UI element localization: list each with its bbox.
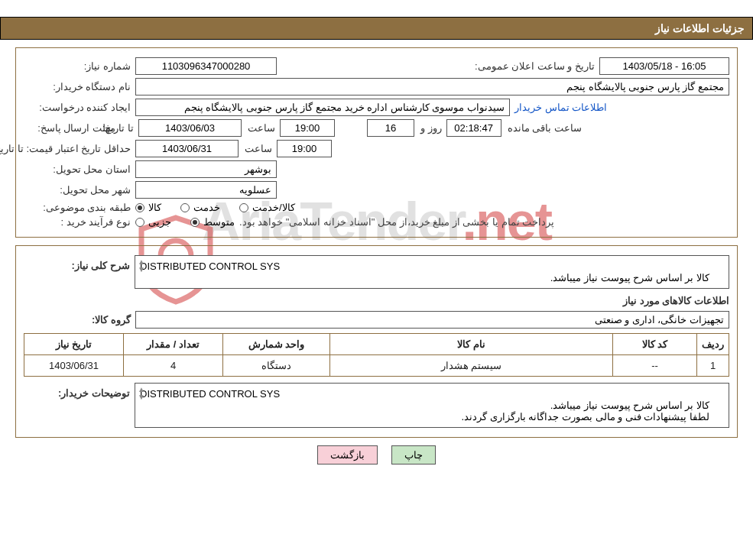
province-label: استان محل تحویل:: [24, 163, 131, 175]
radio-dot-icon: [135, 203, 144, 212]
need-desc-label: شرح کلی نیاز:: [24, 255, 130, 271]
radio-service-label: خدمت: [193, 202, 220, 213]
buyer-value: مجتمع گاز پارس جنوبی پالایشگاه پنجم: [135, 78, 729, 95]
th-name: نام کالا: [330, 334, 613, 355]
city-label: شهر محل تحویل:: [24, 184, 131, 196]
buyer-notes-label: توضیحات خریدار:: [24, 383, 130, 399]
need-details-panel: شرح کلی نیاز: ▲▼ DISTRIBUTED CONTROL SYS…: [15, 245, 738, 438]
items-title: اطلاعات کالاهای مورد نیاز: [24, 295, 729, 306]
radio-goods-service[interactable]: کالا/خدمت: [239, 202, 295, 213]
table-header-row: ردیف کد کالا نام کالا واحد شمارش تعداد /…: [24, 334, 729, 355]
need-desc-line2: کالا بر اساس شرح پیوست نیاز میباشد.: [140, 272, 709, 283]
radio-goods-service-label: کالا/خدمت: [252, 202, 295, 213]
remain-hms: 02:18:47: [446, 119, 501, 137]
td-qty: 4: [124, 355, 223, 377]
need-number-label: شماره نیاز:: [24, 60, 131, 72]
validity-label: حداقل تاریخ اعتبار قیمت: تا تاریخ:: [24, 144, 131, 154]
subject-label: طبقه بندی موضوعی:: [24, 202, 131, 213]
scroll-arrows-icon: ▲▼: [138, 258, 145, 274]
buyer-label: نام دستگاه خریدار:: [24, 81, 131, 92]
radio-dot-icon: [135, 218, 144, 227]
radio-medium-label: متوسط: [203, 216, 235, 228]
deadline-date: 1403/06/03: [138, 119, 242, 137]
to-date-label: تا تاریخ:: [120, 122, 134, 134]
deadline-time: 19:00: [280, 119, 335, 137]
radio-partial-label: جزیی: [148, 216, 171, 228]
validity-time: 19:00: [277, 140, 332, 157]
buyer-contact-link[interactable]: اطلاعات تماس خریدار: [514, 102, 607, 113]
time-label-1: ساعت: [246, 122, 275, 134]
need-desc-textarea[interactable]: ▲▼ DISTRIBUTED CONTROL SYS کالا بر اساس …: [135, 255, 729, 289]
announce-label: تاریخ و ساعت اعلان عمومی:: [473, 60, 595, 72]
radio-goods-label: کالا: [148, 202, 161, 213]
radio-dot-icon: [239, 203, 248, 212]
need-number-value: 1103096347000280: [135, 57, 277, 75]
th-code: کد کالا: [613, 334, 697, 355]
td-date: 1403/06/31: [24, 355, 124, 377]
province-value: بوشهر: [135, 160, 277, 178]
city-value: عسلویه: [135, 181, 277, 199]
purchase-note: پرداخت تمام یا بخشی از مبلغ خرید،از محل …: [239, 216, 554, 228]
td-code: --: [613, 355, 697, 377]
th-qty: تعداد / مقدار: [124, 334, 223, 355]
remain-days: 16: [367, 119, 414, 137]
purchase-type-label: نوع فرآیند خرید :: [24, 216, 131, 228]
scroll-arrows-icon: ▲▼: [138, 386, 145, 401]
validity-date: 1403/06/31: [135, 140, 239, 157]
group-label: گروه کالا:: [24, 314, 131, 325]
buyer-notes-line3: لطفا پیشنهادات فنی و مالی بصورت جداگانه …: [140, 411, 709, 422]
items-table: ردیف کد کالا نام کالا واحد شمارش تعداد /…: [24, 333, 729, 377]
radio-dot-icon: [180, 203, 190, 212]
th-date: تاریخ نیاز: [24, 334, 124, 355]
buyer-notes-line2: کالا بر اساس شرح پیوست نیاز میباشد.: [140, 400, 709, 411]
page-title: جزئیات اطلاعات نیاز: [0, 17, 753, 40]
td-row: 1: [697, 355, 729, 377]
radio-goods[interactable]: کالا: [135, 202, 161, 213]
th-row: ردیف: [697, 334, 729, 355]
print-button[interactable]: چاپ: [391, 445, 436, 465]
buyer-notes-line1: DISTRIBUTED CONTROL SYS: [140, 388, 709, 400]
requester-label: ایجاد کننده درخواست:: [24, 102, 131, 113]
buyer-notes-textarea[interactable]: ▲▼ DISTRIBUTED CONTROL SYS کالا بر اساس …: [135, 383, 729, 428]
radio-medium[interactable]: متوسط: [190, 216, 235, 228]
main-info-panel: شماره نیاز: 1103096347000280 تاریخ و ساع…: [15, 47, 738, 238]
th-unit: واحد شمارش: [223, 334, 330, 355]
back-button[interactable]: بازگشت: [317, 445, 378, 465]
subject-radio-group: کالا خدمت کالا/خدمت: [135, 202, 295, 213]
purchase-type-radio-group: جزیی متوسط: [135, 216, 235, 228]
td-unit: دستگاه: [223, 355, 330, 377]
days-and-label: روز و: [419, 122, 442, 134]
radio-service[interactable]: خدمت: [180, 202, 220, 213]
table-row: 1 -- سیستم هشدار دستگاه 4 1403/06/31: [24, 355, 729, 377]
remain-suffix: ساعت باقی مانده: [506, 122, 582, 134]
group-value: تجهیزات خانگی، اداری و صنعتی: [135, 311, 729, 329]
deadline-label: مهلت ارسال پاسخ:: [24, 122, 115, 134]
requester-value: سیدنواب موسوی کارشناس اداره خرید مجتمع گ…: [135, 99, 510, 116]
need-desc-line1: DISTRIBUTED CONTROL SYS: [140, 261, 709, 272]
button-bar: چاپ بازگشت: [0, 445, 753, 465]
td-name: سیستم هشدار: [330, 355, 613, 377]
announce-value: 1403/05/18 - 16:05: [599, 57, 729, 75]
radio-dot-icon: [190, 218, 200, 227]
time-label-2: ساعت: [243, 143, 272, 154]
radio-partial[interactable]: جزیی: [135, 216, 171, 228]
